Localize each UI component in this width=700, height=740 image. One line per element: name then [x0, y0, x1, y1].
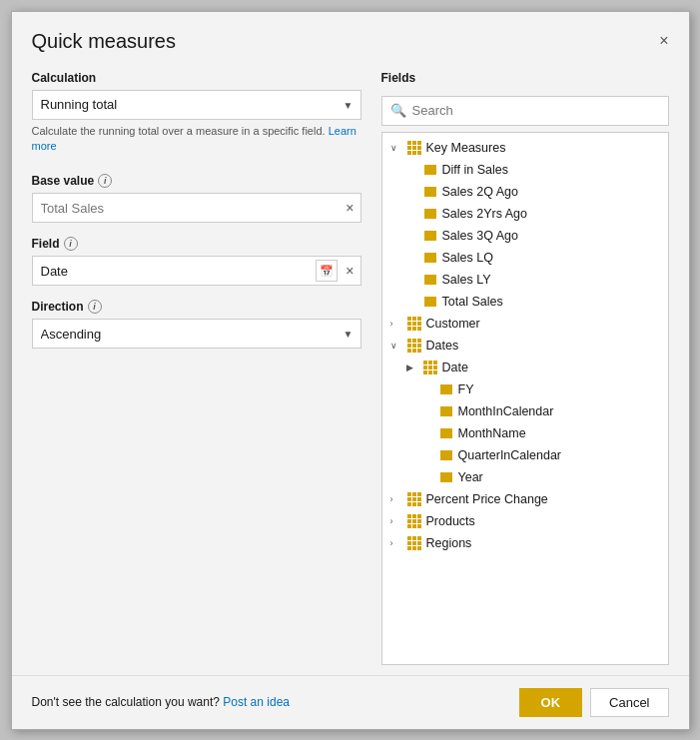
- tree-item-key-measures[interactable]: ∨ Key Measures: [382, 137, 668, 159]
- field-info-icon: i: [64, 237, 78, 251]
- measure-icon-sales-lq: [422, 251, 438, 265]
- tree-item-customer[interactable]: › Customer: [382, 313, 668, 335]
- tree-item-percent-price[interactable]: › Percent Price Change: [382, 488, 668, 510]
- table-icon-products: [406, 514, 422, 528]
- direction-dropdown-wrapper: AscendingDescending ▼: [32, 319, 361, 349]
- base-value-info-icon: i: [98, 174, 112, 188]
- table-icon-percent-price: [406, 492, 422, 506]
- tree-item-sales-2q-ago[interactable]: Sales 2Q Ago: [382, 181, 668, 203]
- tree-item-date[interactable]: ▶ Date: [382, 357, 668, 378]
- chevron-percent-price: ›: [390, 494, 406, 504]
- tree-item-regions[interactable]: › Regions: [382, 532, 668, 554]
- search-icon: 🔍: [390, 103, 406, 118]
- field-label: Field: [32, 237, 60, 251]
- calculation-hint: Calculate the running total over a measu…: [32, 124, 361, 155]
- base-value-section: Base value i: [32, 174, 361, 188]
- chevron-products: ›: [390, 516, 406, 526]
- base-value-input-wrapper: ×: [32, 193, 361, 223]
- measure-icon-total-sales: [422, 295, 438, 309]
- close-button[interactable]: ×: [659, 33, 668, 49]
- tree-item-sales-2yrs-ago[interactable]: Sales 2Yrs Ago: [382, 203, 668, 225]
- chevron-dates: ∨: [390, 341, 406, 351]
- tree-label-sales-ly: Sales LY: [442, 273, 491, 287]
- fields-label: Fields: [381, 71, 669, 85]
- field-input-wrapper: Date 📅 ×: [32, 256, 361, 286]
- table-icon-key-measures: [406, 141, 422, 155]
- tree-label-fy: FY: [458, 382, 474, 396]
- tree-label-year: Year: [458, 470, 483, 484]
- field-calendar-icon: 📅: [316, 260, 338, 282]
- measure-icon-diff-in-sales: [422, 163, 438, 177]
- tree-label-dates: Dates: [426, 339, 459, 353]
- tree-label-sales-3q-ago: Sales 3Q Ago: [442, 229, 518, 243]
- search-input[interactable]: [412, 103, 660, 118]
- tree-item-monthincalendar[interactable]: MonthInCalendar: [382, 400, 668, 422]
- direction-section: Direction i: [32, 300, 361, 314]
- calculation-dropdown-wrapper: Running totalMoving averageYear-over-yea…: [32, 90, 361, 120]
- quick-measures-dialog: Quick measures × Calculation Running tot…: [11, 11, 690, 730]
- tree-label-sales-lq: Sales LQ: [442, 251, 493, 265]
- tree-item-total-sales[interactable]: Total Sales: [382, 291, 668, 313]
- field-value: Date: [33, 264, 315, 279]
- tree-label-date: Date: [442, 361, 468, 374]
- tree-item-sales-3q-ago[interactable]: Sales 3Q Ago: [382, 225, 668, 247]
- tree-item-diff-in-sales[interactable]: Diff in Sales: [382, 159, 668, 181]
- tree-label-monthname: MonthName: [458, 426, 526, 440]
- chevron-regions: ›: [390, 538, 406, 548]
- dialog-title: Quick measures: [32, 30, 177, 53]
- tree-label-percent-price: Percent Price Change: [426, 492, 548, 506]
- tree-item-dates[interactable]: ∨ Dates: [382, 335, 668, 357]
- measure-icon-sales-2yrs-ago: [422, 207, 438, 221]
- cancel-button[interactable]: Cancel: [590, 688, 668, 717]
- direction-label: Direction: [32, 300, 84, 314]
- chevron-customer: ›: [390, 319, 406, 329]
- tree-label-key-measures: Key Measures: [426, 141, 506, 155]
- measure-icon-quarterincalendar: [438, 448, 454, 462]
- tree-item-sales-ly[interactable]: Sales LY: [382, 269, 668, 291]
- measure-icon-sales-ly: [422, 273, 438, 287]
- measure-icon-sales-2q-ago: [422, 185, 438, 199]
- table-icon-customer: [406, 317, 422, 331]
- tree-label-diff-in-sales: Diff in Sales: [442, 163, 508, 177]
- base-value-clear-button[interactable]: ×: [340, 201, 359, 215]
- tree-item-sales-lq[interactable]: Sales LQ: [382, 247, 668, 269]
- post-idea-link[interactable]: Post an idea: [223, 695, 290, 709]
- tree-label-monthincalendar: MonthInCalendar: [458, 404, 554, 418]
- tree-label-regions: Regions: [426, 536, 472, 550]
- right-panel: Fields 🔍 ∨ Key Measures Diff in Sales Sa…: [381, 71, 669, 665]
- measure-icon-year: [438, 470, 454, 484]
- tree-item-monthname[interactable]: MonthName: [382, 422, 668, 444]
- measure-icon-monthincalendar: [438, 404, 454, 418]
- base-value-label: Base value: [32, 174, 95, 188]
- field-section: Field i: [32, 237, 361, 251]
- dialog-content: Calculation Running totalMoving averageY…: [12, 61, 689, 675]
- fields-tree: ∨ Key Measures Diff in Sales Sales 2Q Ag…: [381, 132, 669, 665]
- footer: Don't see the calculation you want? Post…: [12, 675, 689, 729]
- chevron-key-measures: ∨: [390, 143, 406, 153]
- field-clear-button[interactable]: ×: [340, 264, 359, 278]
- measure-icon-sales-3q-ago: [422, 229, 438, 243]
- calculation-label: Calculation: [32, 71, 361, 85]
- footer-hint: Don't see the calculation you want? Post…: [32, 695, 290, 709]
- tree-label-total-sales: Total Sales: [442, 295, 503, 309]
- base-value-input[interactable]: [33, 201, 341, 216]
- tree-item-year[interactable]: Year: [382, 466, 668, 488]
- left-panel: Calculation Running totalMoving averageY…: [32, 71, 361, 665]
- search-box: 🔍: [381, 96, 669, 126]
- table-icon-date: [422, 361, 438, 374]
- tree-label-customer: Customer: [426, 317, 480, 331]
- tree-label-products: Products: [426, 514, 475, 528]
- measure-icon-fy: [438, 382, 454, 396]
- direction-select[interactable]: AscendingDescending: [32, 319, 361, 349]
- tree-item-quarterincalendar[interactable]: QuarterInCalendar: [382, 444, 668, 466]
- calculation-select[interactable]: Running totalMoving averageYear-over-yea…: [32, 90, 361, 120]
- table-icon-dates: [406, 339, 422, 353]
- tree-item-fy[interactable]: FY: [382, 378, 668, 400]
- title-bar: Quick measures ×: [12, 12, 689, 61]
- tree-label-sales-2q-ago: Sales 2Q Ago: [442, 185, 518, 199]
- ok-button[interactable]: OK: [519, 688, 583, 717]
- tree-item-products[interactable]: › Products: [382, 510, 668, 532]
- tree-label-sales-2yrs-ago: Sales 2Yrs Ago: [442, 207, 527, 221]
- footer-buttons: OK Cancel: [519, 688, 669, 717]
- table-icon-regions: [406, 536, 422, 550]
